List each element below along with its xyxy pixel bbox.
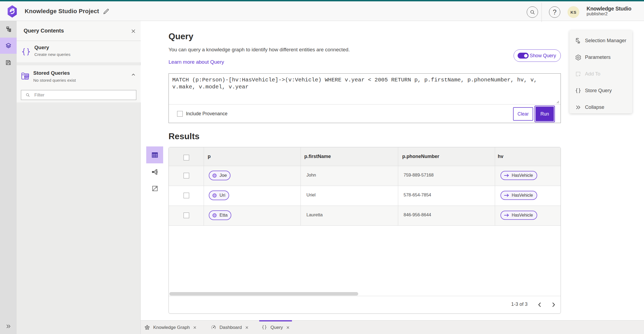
clear-button[interactable]: Clear [513,107,533,121]
relationship-pill[interactable]: HasVehicle [500,191,537,200]
filter-field [21,90,136,100]
stored-queries-folder-icon [21,72,30,80]
search-button[interactable] [527,6,538,18]
pagination-prev-chevron-icon[interactable] [537,302,542,307]
column-header-p[interactable]: p [204,147,301,166]
entity-pill[interactable]: Joe [209,171,230,180]
cell-phone: 846-956-8644 [398,206,495,225]
cell-firstname: Uriel [301,186,398,206]
select-all-checkbox[interactable] [184,155,189,160]
view-switch-graph-button[interactable] [148,165,162,179]
chevrons-right-icon [575,104,581,110]
tool-selection-manager[interactable]: Selection Manager [569,32,632,49]
textarea-resize-handle-icon[interactable] [555,100,559,103]
stored-queries-title: Stored Queries [33,70,70,76]
row-checkbox[interactable] [184,173,189,178]
query-editor-box: MATCH (p:Person)-[hv:HasVehicle]->(v:Veh… [169,73,561,123]
project-title: Knowledge Studio Project [25,1,99,21]
header-checkbox-cell [169,147,204,166]
column-header-phone[interactable]: p.phoneNumber [398,147,495,166]
pagination-label: 1-3 of 3 [511,301,528,307]
dashboard-gauge-icon [211,325,216,330]
entity-node-icon [213,193,217,197]
pagination-next-chevron-icon[interactable] [551,302,556,307]
learn-more-link[interactable]: Learn more about Query [169,59,224,65]
toggle-switch-on[interactable] [518,53,529,59]
cell-entity: Uri [204,186,301,206]
tool-add-to: Add To [569,66,632,82]
filter-search-icon [25,93,30,97]
tool-parameters[interactable]: Parameters [569,49,632,66]
cell-relationship: HasVehicle [495,166,561,186]
rail-expand-button[interactable] [0,318,17,334]
knowledge-studio-logo-icon [8,5,17,18]
panel-item-query[interactable]: Query Create new queries [17,41,141,62]
rail-data-model-button[interactable] [0,21,17,37]
braces-icon [262,325,267,330]
entity-pill[interactable]: Etta [209,210,231,220]
tab-label: Knowledge Graph [153,325,190,330]
cell-relationship: HasVehicle [495,206,561,225]
user-username: publisher2 [587,11,608,17]
entity-label: Joe [219,173,227,178]
relationship-label: HasVehicle [512,213,533,218]
tab-close-icon[interactable] [193,326,197,329]
tab-knowledge-graph[interactable]: Knowledge Graph [144,321,197,334]
tab-close-icon[interactable] [245,326,249,329]
cell-phone: 759-889-57168 [398,166,495,186]
view-switch-table-button-active[interactable] [146,146,163,163]
page-description: You can query a knowledge graph to ident… [169,47,350,53]
chevron-up-icon[interactable] [131,72,136,77]
braces-icon [575,88,581,94]
rail-contents-button-active[interactable] [0,38,17,54]
view-switch-map-button[interactable] [148,181,162,196]
user-avatar[interactable]: KS [568,6,579,18]
query-item-title: Query [34,45,49,51]
cell-entity: Etta [204,206,301,225]
tool-label: Add To [585,71,600,77]
column-header-hv[interactable]: hv [495,147,561,166]
braces-icon [22,48,30,56]
row-checkbox[interactable] [184,193,189,198]
row-checkbox[interactable] [184,213,189,218]
tool-store-query[interactable]: Store Query [569,82,632,99]
tab-dashboard[interactable]: Dashboard [211,321,249,334]
relationship-label: HasVehicle [512,193,533,198]
rail-save-button[interactable] [0,55,17,71]
include-provenance-row: Include Provenance [177,104,228,123]
left-icon-rail [0,21,17,334]
include-provenance-checkbox[interactable] [177,111,183,117]
table-row: Etta Lauretta 846-956-8644 HasVehicle [169,206,561,226]
knowledge-graph-icon [144,325,150,330]
app-header: Knowledge Studio Project ? KS Knowledge … [0,1,644,21]
query-textarea[interactable]: MATCH (p:Person)-[hv:HasVehicle]->(v:Veh… [169,74,561,104]
show-query-toggle[interactable]: Show Query [514,49,561,62]
column-header-firstname[interactable]: p.firstName [301,147,398,166]
tab-close-icon[interactable] [286,326,290,329]
selection-manager-icon [575,38,581,44]
relationship-pill[interactable]: HasVehicle [500,211,537,220]
filter-input[interactable] [34,92,131,98]
help-button[interactable]: ? [549,6,560,18]
bottom-tab-bar: Knowledge Graph Dashboard [141,320,644,334]
panel-close-icon[interactable] [131,28,136,34]
tool-label: Store Query [585,88,612,94]
link-chart-icon [151,168,158,175]
tab-label: Dashboard [219,325,242,330]
tab-query-active[interactable]: Query [259,321,292,334]
relationship-label: HasVehicle [512,173,533,178]
run-button-focus-ring: Run [535,106,555,122]
cell-checkbox [169,206,204,225]
edit-title-pencil-icon[interactable] [103,8,109,15]
relationship-pill[interactable]: HasVehicle [500,171,537,180]
table-row: Joe John 759-889-57168 HasVehicle [169,166,561,186]
cell-firstname: John [301,166,398,186]
run-button[interactable]: Run [536,107,554,121]
cell-firstname: Lauretta [301,206,398,225]
relationship-arrow-icon [504,174,509,177]
horizontal-scrollbar-thumb[interactable] [169,292,358,296]
user-org-name: Knowledge Studio [587,6,631,12]
stored-queries-section: Stored Queries No stored queries exist [17,65,141,102]
entity-pill[interactable]: Uri [209,191,229,200]
tool-collapse[interactable]: Collapse [569,99,632,116]
